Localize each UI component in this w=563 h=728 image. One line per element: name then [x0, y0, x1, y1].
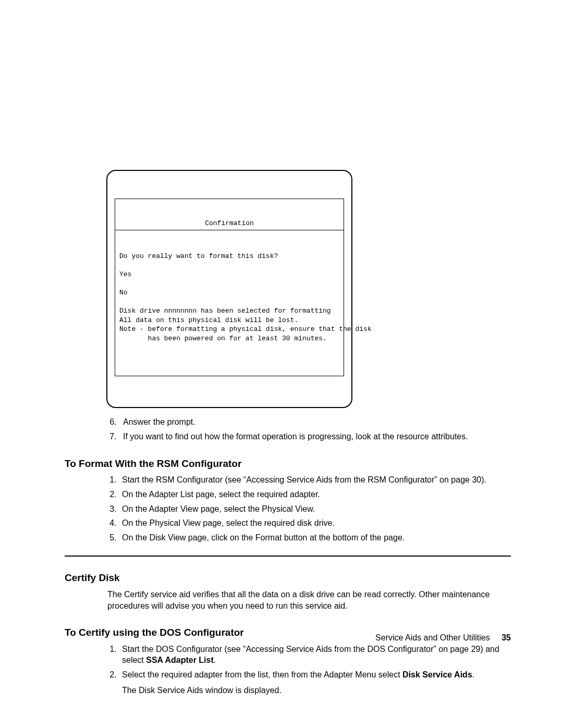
footer-page-number: 35: [501, 633, 511, 642]
rsm-steps-block: Start the RSM Configurator (see “Accessi…: [107, 474, 511, 543]
page-footer: Service Aids and Other Utilities 35: [375, 632, 511, 644]
rsm-step-1-a: Start the RSM Configurator (see “Accessi…: [122, 475, 472, 484]
dos-step-2-b: .: [472, 670, 474, 679]
heading-rsm: To Format With the RSM Configurator: [65, 457, 511, 471]
steps-list-continued: Answer the prompt. If you want to find o…: [65, 416, 511, 442]
dos-step-1: Start the DOS Configurator (see “Accessi…: [119, 644, 511, 666]
rsm-steps-list: Start the RSM Configurator (see “Accessi…: [107, 474, 511, 543]
content-area: Confirmation Do you really want to forma…: [65, 170, 511, 696]
dialog-terminal: Confirmation Do you really want to forma…: [106, 170, 352, 408]
dialog-line-1: Do you really want to format this disk?: [119, 252, 278, 260]
dos-step-1-c: .: [214, 656, 216, 664]
dos-step-1-a: Start the DOS Configurator (see “Accessi…: [122, 645, 471, 653]
dialog-no: No: [119, 289, 128, 297]
dialog-msg-4: has been powered on for at least 30 minu…: [119, 335, 327, 342]
dos-step-2: Select the required adapter from the lis…: [119, 669, 511, 696]
rsm-step-2: On the Adapter List page, select the req…: [119, 489, 511, 500]
dialog-inner-box: Confirmation Do you really want to forma…: [115, 199, 344, 376]
dos-step-1-bold: SSA Adapter List: [146, 656, 214, 664]
rsm-step-3: On the Adapter View page, select the Phy…: [119, 503, 511, 515]
dialog-yes: Yes: [119, 270, 131, 278]
dialog-msg-1: Disk drive nnnnnnnn has been selected fo…: [119, 307, 331, 315]
dialog-msg-3: Note - before formatting a physical disk…: [119, 325, 372, 333]
dos-step-2-after: The Disk Service Aids window is displaye…: [122, 685, 511, 696]
dos-steps-block: Start the DOS Configurator (see “Accessi…: [107, 644, 511, 696]
dialog-msg-2: All data on this physical disk will be l…: [119, 316, 298, 324]
rsm-step-4: On the Physical View page, select the re…: [119, 517, 511, 529]
dos-step-2-a: Select the required adapter from the lis…: [122, 670, 402, 679]
step-6: Answer the prompt.: [119, 416, 511, 428]
certify-block: The Certify service aid verifies that al…: [107, 589, 511, 611]
dos-step-2-bold: Disk Service Aids: [402, 670, 472, 679]
dialog-title: Confirmation: [115, 217, 344, 230]
page: Confirmation Do you really want to forma…: [0, 0, 563, 728]
dos-steps-list: Start the DOS Configurator (see “Accessi…: [107, 644, 511, 696]
rsm-step-1: Start the RSM Configurator (see “Accessi…: [119, 474, 511, 486]
heading-certify: Certify Disk: [65, 571, 511, 585]
step-7: If you want to find out how the format o…: [119, 431, 511, 442]
rsm-step-1-b: ).: [481, 475, 486, 484]
dos-step-1-page: 29: [471, 645, 481, 653]
rsm-step-5: On the Disk View page, click on the Form…: [119, 532, 511, 544]
rsm-step-1-page: 30: [472, 475, 481, 484]
footer-text: Service Aids and Other Utilities: [375, 633, 490, 642]
section-divider: [65, 556, 511, 557]
dialog-body: Do you really want to format this disk? …: [115, 249, 344, 357]
certify-intro: The Certify service aid verifies that al…: [107, 589, 511, 611]
